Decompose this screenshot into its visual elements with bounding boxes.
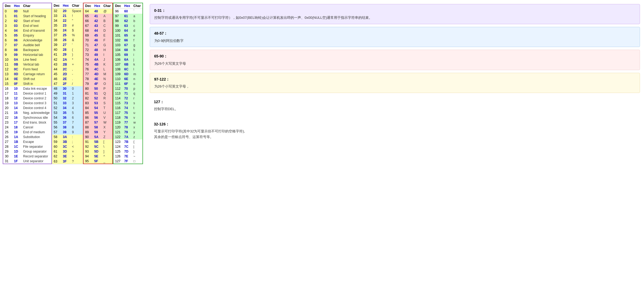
cell-char: Line feed xyxy=(22,57,52,62)
table-row: 764CL xyxy=(83,67,113,72)
cell-hex: 69 xyxy=(123,52,132,57)
cell-hex: 07 xyxy=(12,43,22,48)
cell-hex: 3B xyxy=(61,139,70,144)
cell-dec: 41 xyxy=(52,52,61,57)
cell-dec: 124 xyxy=(113,144,123,149)
cell-dec: 74 xyxy=(83,57,93,62)
cell-dec: 34 xyxy=(52,18,61,23)
cell-char: Start of text xyxy=(22,19,52,23)
cell-hex: 4F xyxy=(93,81,102,86)
cell-hex: 60 xyxy=(123,9,132,14)
table-row: 404End of transmit xyxy=(3,28,52,33)
cell-char: / xyxy=(70,81,83,86)
cell-hex: 31 xyxy=(61,91,70,96)
cell-char: 1 xyxy=(70,91,83,96)
cell-char: Neg. acknowledge xyxy=(22,110,52,115)
table-row: 11977w xyxy=(113,120,142,125)
cell-dec: 29 xyxy=(3,149,12,154)
cell-hex: 1C xyxy=(12,144,22,149)
cell-char: S xyxy=(102,101,113,106)
cell-hex: 43 xyxy=(93,23,102,28)
cell-char: E xyxy=(102,33,113,38)
cell-dec: 7 xyxy=(3,43,12,48)
cell-dec: 67 xyxy=(83,23,93,28)
cell-dec: 20 xyxy=(3,106,12,110)
cell-dec: 82 xyxy=(83,96,93,101)
table-row: 6844D xyxy=(83,28,113,33)
cell-hex: 20 xyxy=(61,9,70,14)
table-row: 8959Y xyxy=(83,130,113,135)
cell-char: D xyxy=(102,28,113,33)
table-row: 808Backspace xyxy=(3,48,52,52)
cell-dec: 100 xyxy=(113,28,123,33)
cell-hex: 1F xyxy=(12,159,22,164)
table-row: 8858X xyxy=(83,125,113,130)
cell-dec: 86 xyxy=(83,115,93,120)
table-row: 422A* xyxy=(52,57,83,62)
cell-dec: 73 xyxy=(83,52,93,57)
table-row: 311FUnit separator xyxy=(3,159,52,164)
col1-dec-header: Dec xyxy=(3,3,12,9)
cell-hex: 1A xyxy=(12,135,22,139)
cell-hex: 1B xyxy=(12,139,22,144)
cell-char: z xyxy=(132,135,142,139)
cell-char: Q xyxy=(102,91,113,96)
cell-hex: 6D xyxy=(123,72,132,77)
cell-dec: 5 xyxy=(3,33,12,38)
cell-hex: 78 xyxy=(123,125,132,130)
cell-dec: 94 xyxy=(83,154,93,159)
table-row: 9761a xyxy=(113,14,142,19)
info-title-97-122: 97-122： xyxy=(154,76,635,82)
cell-dec: 77 xyxy=(83,72,93,77)
table-row: 4129) xyxy=(52,52,83,57)
cell-char: Escape xyxy=(22,139,52,144)
table-row: 11472r xyxy=(113,96,142,101)
cell-dec: 87 xyxy=(83,120,93,125)
cell-hex: 00 xyxy=(12,9,22,14)
info-title-48-57: 48-57： xyxy=(154,30,635,36)
cell-char: C xyxy=(102,23,113,28)
cell-dec: 10 xyxy=(3,57,12,62)
cell-char: J xyxy=(102,57,113,62)
cell-dec: 64 xyxy=(83,9,93,14)
table-row: 1257D} xyxy=(113,149,142,154)
cell-char: > xyxy=(70,154,83,159)
cell-dec: 105 xyxy=(113,52,123,57)
info-box-0-31: 0-31： 控制字符或通讯专用字符(不可显示不可打印字符），如0x07(BEL响… xyxy=(150,4,640,24)
cell-dec: 48 xyxy=(52,86,61,91)
cell-dec: 102 xyxy=(113,38,123,43)
info-content-97-122: 为26个小写英文字母， xyxy=(154,84,635,89)
table-row: 100ALine feed xyxy=(3,57,52,62)
table-col1: Dec Hex Char 000Null101Start of heading2… xyxy=(3,3,52,164)
table-row: 8454T xyxy=(83,106,113,110)
info-content-32-126: 可显示可打印字符(其中32为可显示但不可打印的空格字符),其余的是一些标点符号、… xyxy=(154,129,636,140)
cell-hex: 21 xyxy=(61,13,70,18)
cell-hex: 25 xyxy=(61,33,70,38)
cell-hex: 63 xyxy=(123,23,132,28)
cell-char: u xyxy=(132,110,142,115)
cell-char: $ xyxy=(70,28,83,33)
table-row: 8757W xyxy=(83,120,113,125)
cell-hex: 76 xyxy=(123,115,132,120)
table-row: 3624$ xyxy=(52,28,83,33)
table-row: 1237B{ xyxy=(113,139,142,144)
table-row: 593B; xyxy=(52,139,83,144)
cell-dec: 54 xyxy=(52,115,61,120)
cell-dec: 14 xyxy=(3,77,12,81)
cell-char: Synchronous idle xyxy=(22,115,52,120)
table-row: 301ERecord separator xyxy=(3,154,52,159)
col2-dec-header: Dec xyxy=(52,3,61,9)
cell-hex: 5D xyxy=(93,149,102,154)
cell-dec: 3 xyxy=(3,23,12,28)
table-row: 110BVertical tab xyxy=(3,62,52,67)
cell-hex: 0F xyxy=(12,81,22,86)
info-title-127: 127： xyxy=(154,99,636,105)
cell-dec: 98 xyxy=(113,19,123,23)
cell-dec: 26 xyxy=(3,135,12,139)
col3-hex-header: Hex xyxy=(93,3,102,9)
cell-hex: 35 xyxy=(61,110,70,115)
cell-hex: 28 xyxy=(61,47,70,52)
cell-char: L xyxy=(102,67,113,72)
cell-dec: 56 xyxy=(52,125,61,130)
cell-hex: 4A xyxy=(93,57,102,62)
